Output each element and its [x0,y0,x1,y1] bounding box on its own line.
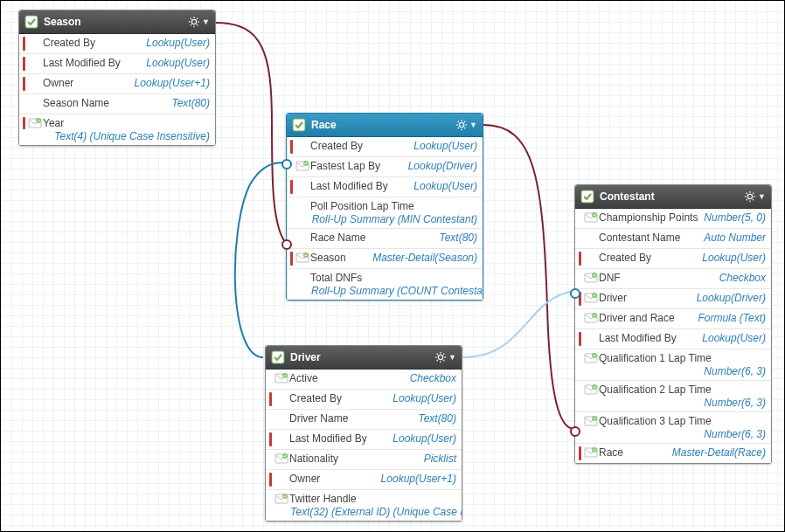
field-row[interactable]: Last Modified ByLookup(User) [287,176,483,197]
field-type: Lookup(Driver) [408,160,477,172]
field-label: Race [599,446,623,459]
field-row[interactable]: OwnerLookup(User+1) [266,469,462,489]
field-label: Created By [43,37,95,49]
relationship-port [281,239,292,250]
field-label: Championship Points [599,211,698,224]
field-row[interactable]: Fastest Lap ByLookup(Driver) [287,156,483,176]
svg-line-35 [437,354,438,355]
field-row[interactable]: DriverLookup(Driver) [575,288,771,308]
field-type: Number(6, 3) [579,396,766,409]
field-label: Last Modified By [310,180,388,192]
entity-header[interactable]: Contestant ▼ [575,185,771,209]
field-row[interactable]: SeasonMaster-Detail(Season) [287,248,483,268]
entity-menu-button[interactable]: ▼ [188,16,210,28]
entity-body: ActiveCheckboxCreated ByLookup(User)Driv… [266,370,462,521]
indexed-icon [583,272,599,284]
field-row[interactable]: Driver NameText(80) [266,409,462,429]
gear-icon [188,16,200,28]
field-type: Text(80) [439,231,477,244]
field-row[interactable]: Poll Position Lap TimeRoll-Up Summary (M… [287,197,483,228]
entity-season[interactable]: Season ▼ Created ByLookup(User)Last Modi… [18,10,216,146]
indexed-icon [27,117,43,129]
field-label: Nationality [289,453,338,465]
field-type: Number(5, 0) [704,211,766,224]
field-label: Active [289,372,318,384]
field-row[interactable]: ActiveCheckbox [266,370,462,389]
svg-line-10 [197,18,198,19]
svg-line-38 [443,354,444,355]
field-label: Driver [599,292,627,304]
field-row[interactable]: Last Modified ByLookup(User) [575,328,771,349]
custom-object-icon [24,15,38,29]
field-label: Owner [289,473,320,485]
svg-line-55 [753,193,754,194]
chevron-down-icon: ▼ [758,192,766,201]
field-type: Lookup(Driver) [697,292,766,304]
field-label: Created By [310,140,363,152]
field-row[interactable]: DNFCheckbox [575,268,771,288]
svg-line-9 [191,24,191,25]
field-row[interactable]: OwnerLookup(User+1) [19,73,215,93]
svg-point-47 [747,194,752,198]
field-label: Poll Position Lap Time [310,200,475,212]
field-row[interactable]: Championship PointsNumber(5, 0) [575,209,771,228]
custom-object-icon [292,118,306,132]
entity-race[interactable]: Race ▼ Created ByLookup(User)Fastest Lap… [286,113,483,301]
relationship-port [570,426,580,437]
entity-menu-button[interactable]: ▼ [434,351,456,363]
field-row[interactable]: NationalityPicklist [266,449,462,469]
field-label: Year [43,117,207,129]
svg-rect-0 [25,16,38,28]
field-row[interactable]: Created ByLookup(User) [575,248,771,268]
field-row[interactable]: Qualification 1 Lap TimeNumber(6, 3) [575,349,771,380]
field-label: DNF [599,272,621,284]
field-row[interactable]: Last Modified ByLookup(User) [19,53,215,73]
field-row[interactable]: Contestant NameAuto Number [575,228,771,248]
entity-header[interactable]: Race ▼ [287,114,483,137]
field-row[interactable]: Twitter HandleText(32) (External ID) (Un… [266,489,462,521]
field-type: Master-Detail(Season) [372,252,477,264]
field-type: Lookup(User) [146,57,210,69]
svg-rect-13 [293,119,305,131]
schema-canvas[interactable]: Season ▼ Created ByLookup(User)Last Modi… [0,0,785,532]
entity-body: Championship PointsNumber(5, 0)Contestan… [575,209,771,463]
indexed-icon [295,160,310,172]
field-type: Lookup(User+1) [135,77,210,89]
field-row[interactable]: Last Modified ByLookup(User) [266,429,462,449]
svg-point-30 [438,355,442,359]
field-row[interactable]: Total DNFsRoll-Up Summary (COUNT Contest… [287,268,483,300]
svg-point-2 [191,19,196,24]
custom-object-icon [271,350,285,364]
entity-driver[interactable]: Driver ▼ ActiveCheckboxCreated ByLookup(… [265,345,462,522]
indexed-icon [583,352,599,364]
field-label: Qualification 3 Lap Time [599,415,763,427]
field-row[interactable]: Season NameText(80) [19,93,215,114]
indexed-icon [295,252,310,264]
field-row[interactable]: Driver and RaceFormula (Text) [575,308,771,328]
svg-line-54 [747,199,747,200]
field-row[interactable]: Created ByLookup(User) [266,389,462,409]
field-row[interactable]: Race NameText(80) [287,228,483,248]
field-row[interactable]: Qualification 3 Lap TimeNumber(6, 3) [575,411,771,443]
gear-icon [455,119,468,131]
entity-contestant[interactable]: Contestant ▼ Championship PointsNumber(5… [574,184,772,464]
entity-header[interactable]: Driver ▼ [266,346,462,370]
entity-menu-button[interactable]: ▼ [455,119,477,131]
field-label: Qualification 2 Lap Time [599,383,763,396]
field-type: Lookup(User) [146,37,210,49]
indexed-icon [274,453,289,465]
entity-menu-button[interactable]: ▼ [744,190,766,203]
field-type: Master-Detail(Race) [672,446,766,459]
field-row[interactable]: Created ByLookup(User) [19,34,215,53]
indexed-icon [583,446,599,459]
field-row[interactable]: Qualification 2 Lap TimeNumber(6, 3) [575,380,771,411]
entity-title: Driver [290,351,321,363]
field-label: Last Modified By [289,432,367,445]
field-row[interactable]: YearText(4) (Unique Case Insensitive) [19,114,215,145]
field-row[interactable]: Created ByLookup(User) [287,137,483,156]
field-type: Checkbox [410,372,456,384]
field-label: Qualification 1 Lap Time [599,352,763,364]
field-row[interactable]: RaceMaster-Detail(Race) [575,443,771,463]
field-label: Driver and Race [599,312,675,324]
entity-header[interactable]: Season ▼ [19,10,215,34]
